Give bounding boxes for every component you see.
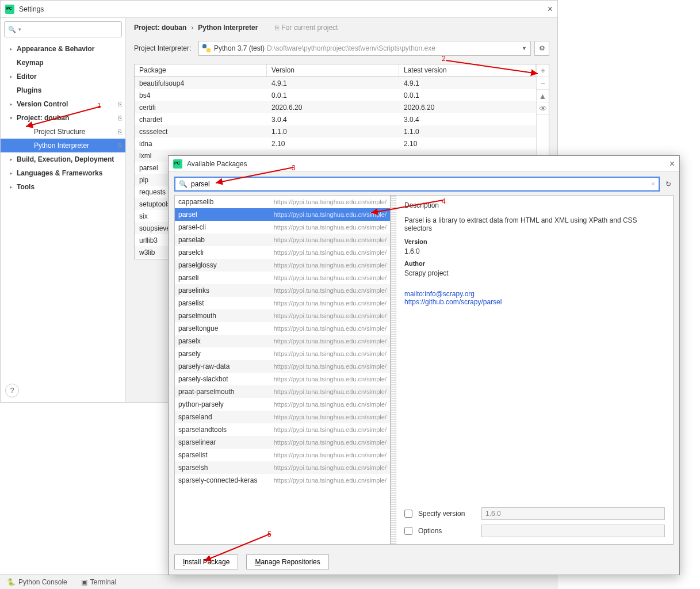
sidebar-item-label: Editor — [17, 72, 125, 81]
table-row[interactable]: cssselect1.1.01.1.0 — [135, 125, 536, 137]
list-item[interactable]: parselihttps://pypi.tuna.tsinghua.edu.cn… — [175, 271, 390, 284]
interpreter-path: D:\software\python\project\test\venv\Scr… — [267, 44, 435, 52]
package-description-panel: Description Parsel is a library to extra… — [396, 196, 673, 544]
list-item[interactable]: sparselinearhttps://pypi.tuna.tsinghua.e… — [175, 436, 390, 449]
list-item[interactable]: praat-parselmouthhttps://pypi.tuna.tsing… — [175, 385, 390, 398]
package-table-header: Package Version Latest version — [135, 64, 536, 77]
table-row[interactable]: beautifulsoup44.9.14.9.1 — [135, 77, 536, 89]
col-version[interactable]: Version — [267, 64, 399, 77]
sidebar-item-label: Keymap — [17, 59, 125, 67]
list-item[interactable]: parselinkshttps://pypi.tuna.tsinghua.edu… — [175, 284, 390, 297]
remove-package-button[interactable]: － — [537, 77, 549, 90]
terminal-tab[interactable]: ▣Terminal — [81, 578, 116, 586]
settings-sidebar: 🔍 ▾ ▸Appearance & BehaviorKeymap▸EditorP… — [1, 18, 126, 402]
list-item[interactable]: parselyhttps://pypi.tuna.tsinghua.edu.cn… — [175, 347, 390, 360]
sidebar-item-label: Appearance & Behavior — [17, 45, 125, 53]
col-latest[interactable]: Latest version — [399, 64, 536, 77]
help-button[interactable]: ? — [5, 384, 19, 397]
python-console-tab[interactable]: 🐍Python Console — [7, 578, 67, 586]
show-early-releases-button[interactable]: 👁 — [537, 102, 549, 115]
sidebar-item-label: Project Structure — [34, 128, 118, 136]
search-dropdown-icon[interactable]: ▾ — [18, 26, 21, 32]
breadcrumb-project: Project: douban — [134, 24, 186, 32]
reload-button[interactable]: ↻ — [663, 177, 674, 192]
author-value: Scrapy project — [404, 269, 665, 277]
settings-title: Settings — [19, 5, 44, 13]
upgrade-package-button[interactable]: ▲ — [537, 90, 549, 102]
list-item[interactable]: sparselshhttps://pypi.tuna.tsinghua.edu.… — [175, 461, 390, 474]
sidebar-item-keymap[interactable]: Keymap — [1, 56, 125, 70]
sidebar-item-project-structure[interactable]: Project Structure⎘ — [1, 125, 125, 139]
annotation-5: 5 — [267, 530, 271, 538]
list-item[interactable]: parseltonguehttps://pypi.tuna.tsinghua.e… — [175, 322, 390, 335]
chevron-icon: ▸ — [10, 74, 16, 79]
table-row[interactable]: certifi2020.6.202020.6.20 — [135, 101, 536, 113]
close-icon[interactable]: × — [548, 4, 553, 14]
available-package-list[interactable]: capparselibhttps://pypi.tuna.tsinghua.ed… — [175, 196, 391, 544]
manage-repositories-button[interactable]: Manage Repositories — [246, 554, 328, 569]
list-item[interactable]: parsely-raw-datahttps://pypi.tuna.tsingh… — [175, 360, 390, 373]
interpreter-name: Python 3.7 (test) — [214, 44, 265, 52]
sidebar-item-python-interpreter[interactable]: Python Interpreter⎘ — [1, 139, 125, 152]
sidebar-item-plugins[interactable]: Plugins — [1, 83, 125, 97]
specify-version-checkbox[interactable] — [404, 510, 412, 518]
sidebar-item-build-execution-deployment[interactable]: ▸Build, Execution, Deployment — [1, 152, 125, 166]
splitter[interactable] — [391, 196, 396, 544]
list-item[interactable]: sparselandhttps://pypi.tuna.tsinghua.edu… — [175, 411, 390, 423]
clear-search-icon[interactable]: × — [651, 180, 655, 188]
terminal-icon: ▣ — [81, 578, 87, 586]
annotation-2: 2 — [442, 55, 446, 63]
list-item[interactable]: capparselibhttps://pypi.tuna.tsinghua.ed… — [175, 196, 390, 208]
list-item[interactable]: parsely-slackbothttps://pypi.tuna.tsingh… — [175, 373, 390, 385]
list-item[interactable]: parselabhttps://pypi.tuna.tsinghua.edu.c… — [175, 234, 390, 246]
add-package-button[interactable]: ＋ — [537, 64, 549, 77]
table-row[interactable]: idna2.102.10 — [135, 137, 536, 150]
list-item[interactable]: sparselisthttps://pypi.tuna.tsinghua.edu… — [175, 449, 390, 461]
chevron-down-icon[interactable]: ▼ — [522, 45, 527, 51]
sidebar-item-editor[interactable]: ▸Editor — [1, 70, 125, 83]
settings-titlebar: Settings × — [1, 1, 557, 18]
package-search-field[interactable] — [191, 180, 651, 188]
col-package[interactable]: Package — [135, 64, 267, 77]
close-icon[interactable]: × — [670, 159, 675, 169]
options-input[interactable] — [481, 525, 665, 537]
specify-version-input[interactable] — [481, 507, 665, 520]
chevron-icon: ▾ — [10, 115, 16, 121]
options-label: Options — [418, 527, 476, 535]
list-item[interactable]: parselglossyhttps://pypi.tuna.tsinghua.e… — [175, 259, 390, 271]
list-item[interactable]: sparselandtoolshttps://pypi.tuna.tsinghu… — [175, 423, 390, 436]
link-mailto[interactable]: mailto:info@scrapy.org — [404, 290, 665, 298]
sidebar-item-tools[interactable]: ▸Tools — [1, 180, 125, 194]
sidebar-search[interactable]: 🔍 ▾ — [4, 21, 122, 37]
version-label: Version — [404, 238, 665, 245]
list-item[interactable]: parselhttps://pypi.tuna.tsinghua.edu.cn/… — [175, 208, 390, 221]
annotation-4: 4 — [442, 197, 446, 205]
table-row[interactable]: bs40.0.10.0.1 — [135, 89, 536, 101]
list-item[interactable]: parselmouthhttps://pypi.tuna.tsinghua.ed… — [175, 309, 390, 322]
sidebar-item-version-control[interactable]: ▸Version Control⎘ — [1, 97, 125, 111]
sidebar-item-languages-frameworks[interactable]: ▸Languages & Frameworks — [1, 166, 125, 180]
pycharm-icon — [173, 159, 182, 169]
link-github[interactable]: https://github.com/scrapy/parsel — [404, 298, 665, 306]
list-item[interactable]: python-parselyhttps://pypi.tuna.tsinghua… — [175, 398, 390, 411]
install-package-button[interactable]: Install Package — [174, 554, 238, 569]
sidebar-item-label: Project: douban — [17, 114, 118, 122]
list-item[interactable]: parselclihttps://pypi.tuna.tsinghua.edu.… — [175, 246, 390, 259]
python-icon — [202, 44, 211, 52]
package-search-input[interactable]: 🔍 × — [174, 177, 660, 192]
pycharm-icon — [5, 5, 14, 14]
copy-icon: ⎘ — [275, 24, 279, 32]
available-packages-title: Available Packages — [187, 160, 247, 168]
options-checkbox[interactable] — [404, 527, 412, 535]
interpreter-select[interactable]: Python 3.7 (test) D:\software\python\pro… — [198, 41, 531, 56]
gear-icon[interactable]: ⚙ — [534, 41, 549, 56]
list-item[interactable]: parsel-clihttps://pypi.tuna.tsinghua.edu… — [175, 221, 390, 234]
specify-version-label: Specify version — [418, 510, 476, 518]
list-item[interactable]: sparsely-connected-kerashttps://pypi.tun… — [175, 474, 390, 487]
list-item[interactable]: parselisthttps://pypi.tuna.tsinghua.edu.… — [175, 297, 390, 309]
table-row[interactable]: chardet3.0.43.0.4 — [135, 113, 536, 125]
sidebar-item-project-douban[interactable]: ▾Project: douban⎘ — [1, 111, 125, 125]
copy-icon: ⎘ — [118, 101, 122, 108]
sidebar-item-appearance-behavior[interactable]: ▸Appearance & Behavior — [1, 42, 125, 56]
list-item[interactable]: parselxhttps://pypi.tuna.tsinghua.edu.cn… — [175, 335, 390, 347]
